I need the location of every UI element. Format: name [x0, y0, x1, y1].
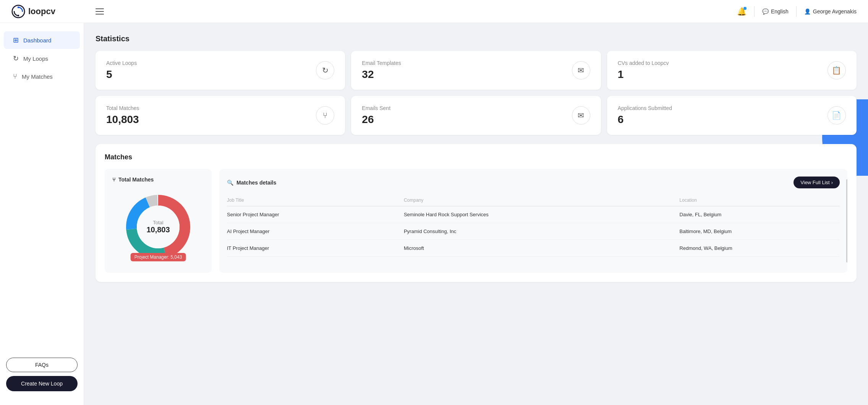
stat-label-1: Email Templates [362, 60, 401, 66]
sidebar-item-dashboard[interactable]: ⊞ Dashboard [4, 31, 80, 49]
notification-icon[interactable]: 🔔 [737, 7, 747, 16]
sidebar-nav: ⊞ Dashboard ↻ My Loops ⑂ My Matches [0, 31, 84, 86]
statistics-section: Statistics Active Loops 5 ↻ Email Templa… [96, 34, 857, 135]
matches-details-title-text: Matches details [236, 180, 276, 186]
sidebar-item-my-loops-label: My Loops [23, 55, 48, 62]
stat-value-3: 10,803 [106, 113, 139, 126]
matches-table-header-row: Job Title Company Location [227, 194, 840, 206]
matches-table: Job Title Company Location Senior Projec… [227, 194, 840, 257]
matches-content: ⑂ Total Matches [105, 169, 847, 273]
total-matches-icon: ⑂ [112, 177, 115, 183]
matches-section: Matches ⑂ Total Matches [96, 144, 857, 282]
notification-dot [743, 7, 747, 10]
stat-info-2: CVs added to Loopcv 1 [618, 60, 669, 81]
donut-title: Total Matches [118, 177, 154, 183]
language-label: English [771, 8, 789, 15]
stat-info-4: Emails Sent 26 [362, 105, 390, 126]
donut-header: ⑂ Total Matches [112, 177, 204, 183]
layout: ⊞ Dashboard ↻ My Loops ⑂ My Matches FAQs… [0, 0, 868, 405]
stat-label-0: Active Loops [106, 60, 137, 66]
user-name-label: George Avgenakis [813, 8, 857, 15]
cell-job-title-1: AI Project Manager [227, 223, 404, 240]
my-matches-icon: ⑂ [13, 73, 17, 81]
hamburger-menu[interactable] [96, 8, 104, 15]
stat-label-5: Applications Submitted [618, 105, 672, 111]
sidebar-item-dashboard-label: Dashboard [23, 37, 51, 44]
stat-card-email-templates: Email Templates 32 ✉ [351, 51, 601, 90]
matches-table-head: Job Title Company Location [227, 194, 840, 206]
cell-location-1: Baltimore, MD, Belgium [680, 223, 840, 240]
sidebar-item-my-matches-label: My Matches [22, 73, 53, 80]
cell-job-title-2: IT Project Manager [227, 240, 404, 257]
donut-total-value: 10,803 [146, 225, 170, 234]
svg-point-1 [18, 6, 19, 8]
header-right: 🔔 💬 English 👤 George Avgenakis [737, 6, 857, 17]
faqs-button[interactable]: FAQs [6, 358, 78, 372]
view-full-list-button[interactable]: View Full List › [794, 177, 840, 188]
donut-tooltip: Project Manager: 5,043 [131, 253, 186, 261]
stat-value-0: 5 [106, 68, 137, 81]
svg-point-2 [18, 15, 19, 16]
matches-table-body: Senior Project Manager Seminole Hard Roc… [227, 206, 840, 257]
create-new-loop-button[interactable]: Create New Loop [6, 376, 78, 391]
stat-value-2: 1 [618, 68, 669, 81]
stat-card-emails-sent: Emails Sent 26 ✉ [351, 96, 601, 135]
sidebar-item-my-loops[interactable]: ↻ My Loops [4, 50, 80, 67]
stat-card-cvs-added-to-loopcv: CVs added to Loopcv 1 📋 [607, 51, 857, 90]
user-icon: 👤 [804, 8, 811, 15]
donut-chart: Total 10,803 Project Manager: 5,043 [112, 189, 204, 265]
table-row: IT Project Manager Microsoft Redmond, WA… [227, 240, 840, 257]
table-row: Senior Project Manager Seminole Hard Roc… [227, 206, 840, 223]
header-divider-2 [796, 6, 797, 17]
header: loopcv 🔔 💬 English 👤 George Avgenakis [0, 0, 868, 23]
donut-center: Total 10,803 [146, 220, 170, 234]
stat-label-4: Emails Sent [362, 105, 390, 111]
stat-icon-5: 📄 [828, 106, 846, 125]
stat-value-5: 6 [618, 113, 672, 126]
stat-value-4: 26 [362, 113, 390, 126]
stat-info-5: Applications Submitted 6 [618, 105, 672, 126]
col-company: Company [404, 194, 680, 206]
stat-info-0: Active Loops 5 [106, 60, 137, 81]
cell-job-title-0: Senior Project Manager [227, 206, 404, 223]
stat-label-2: CVs added to Loopcv [618, 60, 669, 66]
matches-details-card: 🔍 Matches details View Full List › Job T… [219, 169, 847, 273]
stat-icon-4: ✉ [572, 106, 590, 125]
statistics-title: Statistics [96, 34, 857, 43]
cell-company-2: Microsoft [404, 240, 680, 257]
stat-value-1: 32 [362, 68, 401, 81]
logo-icon [11, 5, 25, 18]
sidebar: ⊞ Dashboard ↻ My Loops ⑂ My Matches FAQs… [0, 23, 84, 405]
stat-label-3: Total Matches [106, 105, 139, 111]
dashboard-icon: ⊞ [13, 36, 19, 44]
header-divider-1 [754, 6, 755, 17]
table-row: AI Project Manager Pyramid Consulting, I… [227, 223, 840, 240]
stats-grid: Active Loops 5 ↻ Email Templates 32 ✉ CV… [96, 51, 857, 135]
view-full-list-label: View Full List [800, 180, 829, 185]
sidebar-bottom: FAQs Create New Loop [0, 352, 84, 397]
stat-card-active-loops: Active Loops 5 ↻ [96, 51, 345, 90]
matches-details-title-wrapper: 🔍 Matches details [227, 180, 276, 186]
user-menu-button[interactable]: 👤 George Avgenakis [804, 8, 857, 15]
my-loops-icon: ↻ [13, 54, 19, 63]
cell-company-0: Seminole Hard Rock Support Services [404, 206, 680, 223]
logo[interactable]: loopcv [11, 5, 96, 18]
donut-total-label: Total [146, 220, 170, 225]
cell-location-2: Redmond, WA, Belgium [680, 240, 840, 257]
stat-icon-3: ⑂ [316, 106, 334, 125]
col-location: Location [680, 194, 840, 206]
language-button[interactable]: 💬 English [762, 8, 789, 15]
stat-icon-1: ✉ [572, 61, 590, 79]
cell-company-1: Pyramid Consulting, Inc [404, 223, 680, 240]
stat-info-1: Email Templates 32 [362, 60, 401, 81]
cell-location-0: Davie, FL, Belgium [680, 206, 840, 223]
col-job-title: Job Title [227, 194, 404, 206]
logo-text: loopcv [28, 6, 55, 16]
chat-icon: 💬 [762, 8, 769, 15]
magnifier-icon: 🔍 [227, 180, 233, 186]
matches-section-title: Matches [105, 153, 847, 161]
stat-card-applications-submitted: Applications Submitted 6 📄 [607, 96, 857, 135]
scrollbar[interactable] [846, 179, 847, 262]
sidebar-item-my-matches[interactable]: ⑂ My Matches [4, 68, 80, 85]
stat-info-3: Total Matches 10,803 [106, 105, 139, 126]
